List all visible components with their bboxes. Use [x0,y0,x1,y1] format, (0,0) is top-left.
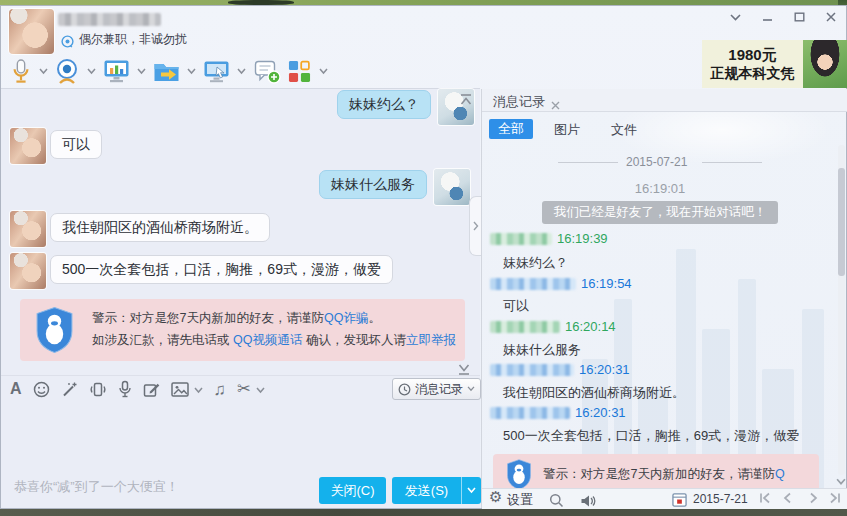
prev-page-icon[interactable] [779,491,795,505]
font-icon[interactable]: A [10,380,22,398]
video-call-link[interactable]: QQ视频通话 [233,333,302,347]
chat-bubble-other: 可以 [50,130,102,159]
record-time: 16:19:54 [581,276,632,291]
censored-username [490,407,570,419]
voice-call-icon[interactable] [8,58,34,85]
qq-apps-icon[interactable] [284,60,314,83]
promo-text: 恭喜你“减”到了一个大便宜！ [14,478,179,496]
self-avatar[interactable] [434,169,470,205]
record-time: 16:20:31 [579,362,630,377]
create-session-icon[interactable] [250,59,284,84]
qq-apps-dropdown-icon[interactable] [314,68,332,75]
message-input[interactable] [1,401,480,471]
qq-shield-icon [34,306,75,354]
scrollbar-thumb[interactable] [838,168,845,276]
record-time-header: 16:19:01 [482,181,838,196]
gear-icon[interactable]: ⚙ [489,489,502,504]
music-icon[interactable]: ♫ [214,381,227,398]
ad-photo[interactable] [803,40,847,88]
date-divider-line [702,162,762,163]
tab-message-history[interactable]: 消息记录 [493,93,545,111]
warning-text: 。 [368,311,381,325]
image-dropdown-icon[interactable] [194,380,203,398]
settings-label[interactable]: 设置 [507,491,533,509]
record-time: 16:20:14 [565,319,616,334]
censored-username [490,233,552,245]
audio-message-icon[interactable] [118,380,132,399]
record-message: 500一次全套包括，口活，胸推，69式，漫游，做爱 [503,427,799,445]
message-history-label: 消息记录 [415,381,463,398]
image-icon[interactable] [171,380,189,398]
next-page-icon[interactable] [806,491,822,505]
clock-icon [398,380,411,398]
peer-signature: 偶尔兼职，非诚勿扰 [79,31,187,48]
emoticon-icon[interactable] [33,380,50,398]
date-divider: 2015-07-21 [626,155,687,169]
speaker-icon[interactable] [580,491,596,509]
scissors-dropdown-icon[interactable] [256,380,265,398]
qq-fraud-link[interactable]: Q [775,467,785,481]
censored-peer-name[interactable] [58,13,161,26]
peer-avatar-small[interactable] [10,128,46,164]
warning-line2: 如涉及汇款，请先电话或 QQ视频通话 确认，发现坏人请立即举报 [92,332,456,349]
voice-call-dropdown-icon[interactable] [34,68,52,75]
history-date[interactable]: 2015-7-21 [693,492,748,506]
panel-collapse-handle[interactable] [469,196,481,256]
warning-text: 确认，发现坏人请 [302,333,405,347]
qq-fraud-link[interactable]: QQ诈骗 [324,311,368,325]
demo-whiteboard-icon[interactable] [100,59,132,84]
record-sender-row: 16:20:14 [490,319,616,334]
peer-avatar[interactable] [9,9,54,54]
record-time: 16:19:39 [557,231,608,246]
window-shake-icon[interactable] [89,380,107,398]
last-page-icon[interactable] [827,491,843,505]
record-message: 可以 [503,297,529,315]
minimize-button[interactable] [756,9,778,25]
ad-price: 1980元 [728,46,776,65]
remote-desktop-dropdown-icon[interactable] [232,68,250,75]
screenshot-scissors-icon[interactable]: ✂ [237,381,250,397]
magic-wand-icon[interactable] [61,380,78,398]
calendar-icon[interactable] [672,490,687,508]
send-file-icon[interactable] [150,60,182,83]
first-page-icon[interactable] [757,491,773,505]
peer-avatar-small[interactable] [10,253,46,289]
compose-icon[interactable] [143,380,160,398]
scroll-to-top-icon[interactable] [459,90,473,108]
warning-text: 如涉及汇款，请先电话或 [92,333,233,347]
chevron-down-icon[interactable] [724,9,746,25]
date-divider-line [558,162,618,163]
ad-banner[interactable]: 1980元 正规本科文凭 [702,40,803,88]
report-link[interactable]: 立即举报 [406,333,456,347]
video-call-dropdown-icon[interactable] [82,68,100,75]
demo-whiteboard-dropdown-icon[interactable] [132,68,150,75]
close-chat-button[interactable]: 关闭(C) [319,477,386,504]
send-options-dropdown[interactable] [461,477,481,504]
tab-close-icon[interactable] [551,96,560,114]
fraud-warning-box: 警示：对方是您7天内新加的好友，请谨防QQ诈骗。 如涉及汇款，请先电话或 QQ视… [20,299,465,361]
history-panel [481,89,846,508]
filter-tab-images[interactable]: 图片 [554,121,580,139]
maximize-button[interactable] [788,9,810,25]
censored-username [490,321,560,333]
warning-line1: 警示：对方是您7天内新加的好友，请谨防QQ诈骗。 [92,310,381,327]
chat-bubble-self: 妹妹约么？ [337,90,431,119]
ad-caption: 正规本科文凭 [711,65,795,83]
qq-shield-icon [505,459,533,490]
chat-bubble-self: 妹妹什么服务 [319,170,427,199]
desktop-wallpaper-bottom [0,509,847,516]
censored-username [490,278,576,290]
video-call-icon[interactable] [52,58,82,85]
filter-tab-all[interactable]: 全部 [489,119,533,139]
send-file-dropdown-icon[interactable] [182,68,200,75]
search-icon[interactable] [549,491,564,509]
chat-bubble-other: 我住朝阳区的酒仙桥商场附近。 [50,213,270,242]
composer-toolbar: A ♫ ✂ [10,378,265,400]
message-history-button[interactable]: 消息记录 [392,378,481,400]
filter-tab-files[interactable]: 文件 [611,121,637,139]
send-button[interactable]: 发送(S) [392,477,461,504]
close-button[interactable] [820,9,842,25]
peer-avatar-small[interactable] [10,211,46,247]
record-message: 我住朝阳区的酒仙桥商场附近。 [503,384,685,402]
remote-desktop-icon[interactable] [200,59,232,84]
